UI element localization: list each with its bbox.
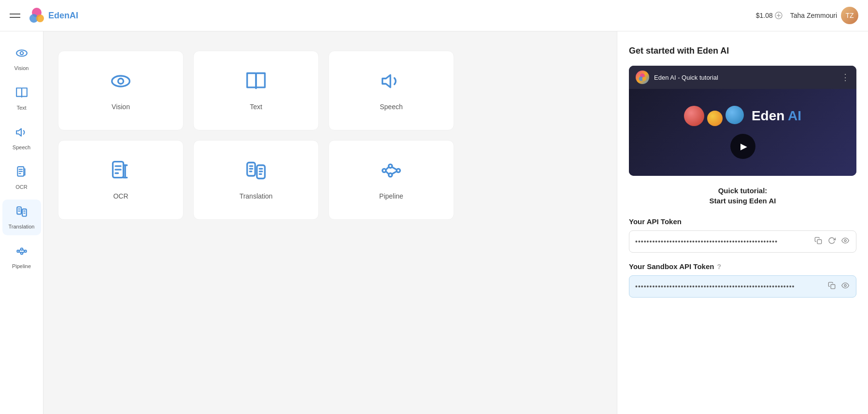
svg-marker-8 — [16, 128, 21, 136]
user-avatar[interactable]: TZ — [841, 7, 858, 24]
card-speech-label: Speech — [380, 103, 402, 111]
api-token-value: ••••••••••••••••••••••••••••••••••••••••… — [635, 238, 810, 245]
sidebar: Vision Text Speech — [0, 31, 43, 414]
svg-line-48 — [392, 167, 397, 170]
svg-line-26 — [23, 252, 24, 253]
card-text-label: Text — [250, 103, 262, 111]
pipeline-icon — [15, 245, 28, 260]
sidebar-item-vision-label: Vision — [14, 65, 29, 71]
api-token-copy-button[interactable] — [813, 236, 823, 247]
svg-rect-53 — [817, 240, 822, 244]
sandbox-token-input-row: ••••••••••••••••••••••••••••••••••••••••… — [629, 275, 856, 298]
sidebar-item-speech-label: Speech — [13, 144, 30, 150]
svg-line-46 — [386, 167, 389, 170]
video-channel-name: Eden AI - Quick tutorial — [654, 74, 718, 81]
svg-point-7 — [20, 52, 23, 55]
hamburger-menu[interactable] — [10, 14, 20, 18]
sidebar-item-translation-label: Translation — [8, 224, 34, 229]
svg-point-2 — [36, 14, 44, 22]
cards-grid: Vision Text — [58, 51, 454, 220]
sandbox-token-actions — [827, 281, 850, 292]
api-token-section: Your API Token •••••••••••••••••••••••••… — [629, 217, 856, 253]
svg-point-27 — [112, 76, 130, 86]
video-play-button[interactable] — [730, 134, 755, 159]
main-layout: Vision Text Speech — [0, 31, 868, 414]
video-eden-logo: Eden AI — [684, 106, 801, 126]
add-credit-icon — [775, 12, 783, 19]
card-translation-icon — [245, 160, 267, 186]
sidebar-item-pipeline-label: Pipeline — [12, 263, 31, 269]
sandbox-token-label: Your Sandbox API Token ? — [629, 262, 856, 271]
video-options-icon[interactable]: ⋮ — [841, 72, 850, 83]
logo-icon — [28, 7, 45, 24]
eden-spheres — [684, 106, 744, 126]
translation-icon — [15, 205, 28, 221]
right-panel: Get started with Eden AI Eden AI - Quick… — [617, 31, 868, 414]
video-thumbnail[interactable]: Eden AI - Quick tutorial ⋮ Eden AI — [629, 66, 856, 176]
ocr-icon — [15, 166, 28, 181]
card-pipeline[interactable]: Pipeline — [328, 140, 454, 220]
sidebar-item-vision[interactable]: Vision — [2, 41, 41, 77]
card-pipeline-icon — [381, 160, 402, 186]
svg-point-28 — [118, 79, 124, 84]
video-channel-icon — [636, 71, 649, 84]
sandbox-help-icon[interactable]: ? — [717, 263, 721, 271]
sidebar-item-text[interactable]: Text — [2, 81, 41, 116]
credit-display[interactable]: $1.08 — [756, 12, 783, 19]
sidebar-item-translation[interactable]: Translation — [2, 200, 41, 235]
sidebar-item-speech[interactable]: Speech — [2, 120, 41, 156]
logo-text: EdenAI — [48, 11, 78, 21]
svg-rect-13 — [17, 207, 21, 214]
speaker-icon — [15, 126, 28, 142]
card-text-icon — [245, 71, 267, 96]
api-token-show-button[interactable] — [840, 236, 850, 247]
svg-line-25 — [23, 250, 24, 251]
card-speech-icon — [381, 71, 402, 96]
sidebar-item-ocr-label: OCR — [15, 184, 27, 190]
svg-line-49 — [392, 171, 397, 174]
card-ocr[interactable]: OCR — [58, 140, 184, 220]
user-name: Taha Zemmouri — [790, 12, 837, 19]
svg-line-23 — [19, 250, 20, 251]
panel-title: Get started with Eden AI — [629, 46, 856, 56]
user-info: Taha Zemmouri TZ — [790, 7, 858, 24]
book-icon — [15, 86, 28, 102]
api-token-input-row: ••••••••••••••••••••••••••••••••••••••••… — [629, 230, 856, 253]
card-ocr-icon — [110, 160, 131, 186]
sphere-red — [684, 106, 704, 126]
sphere-blue — [726, 106, 744, 124]
card-translation[interactable]: Translation — [193, 140, 319, 220]
content-area: Vision Text — [43, 31, 617, 414]
eye-icon — [15, 47, 28, 62]
video-caption: Quick tutorial: Start using Eden AI — [629, 186, 856, 206]
svg-line-47 — [386, 171, 389, 174]
navbar-right: $1.08 Taha Zemmouri TZ — [756, 7, 858, 24]
sandbox-token-copy-button[interactable] — [827, 281, 837, 292]
api-token-label: Your API Token — [629, 217, 856, 226]
sandbox-token-value: ••••••••••••••••••••••••••••••••••••••••… — [635, 283, 823, 290]
logo[interactable]: EdenAI — [28, 7, 78, 24]
card-text[interactable]: Text — [193, 51, 319, 130]
navbar: EdenAI $1.08 Taha Zemmouri TZ — [0, 0, 868, 31]
video-body: Eden AI — [629, 89, 856, 176]
sidebar-item-pipeline[interactable]: Pipeline — [2, 239, 41, 275]
credit-amount: $1.08 — [756, 12, 773, 19]
sidebar-item-ocr[interactable]: OCR — [2, 160, 41, 196]
sphere-orange — [707, 111, 723, 126]
sandbox-token-section: Your Sandbox API Token ? •••••••••••••••… — [629, 262, 856, 298]
svg-rect-55 — [831, 285, 835, 289]
card-pipeline-label: Pipeline — [379, 192, 403, 200]
sidebar-item-text-label: Text — [16, 105, 26, 111]
card-ocr-label: OCR — [113, 192, 128, 200]
card-vision-icon — [110, 71, 131, 96]
navbar-left: EdenAI — [10, 7, 78, 24]
api-token-refresh-button[interactable] — [827, 236, 837, 247]
sandbox-token-show-button[interactable] — [840, 281, 850, 292]
card-vision[interactable]: Vision — [58, 51, 184, 130]
card-translation-label: Translation — [240, 192, 273, 200]
card-vision-label: Vision — [112, 103, 130, 111]
svg-line-24 — [19, 252, 20, 253]
card-speech[interactable]: Speech — [328, 51, 454, 130]
video-header: Eden AI - Quick tutorial ⋮ — [629, 66, 856, 89]
svg-point-6 — [16, 50, 27, 57]
